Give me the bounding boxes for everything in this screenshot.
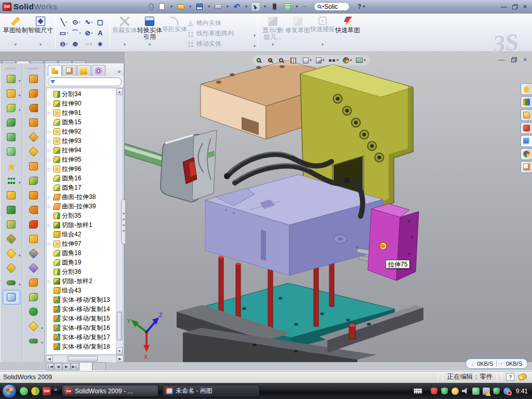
feature-tool-button[interactable]: ▾ (25, 144, 43, 159)
sketch-entity-button[interactable]: ╲ ▾ (58, 17, 70, 28)
caret-icon[interactable]: ▾ (79, 31, 81, 35)
scroll-down-button[interactable]: ▼ (116, 348, 123, 354)
pushpin-icon[interactable] (149, 3, 154, 10)
expander-icon[interactable]: ▷ (48, 157, 52, 162)
command-button[interactable]: 等距实体 ▾ (162, 16, 187, 49)
select-tool-button[interactable] (251, 2, 260, 11)
sketch-entity-button[interactable]: ▭ ▾ (58, 28, 70, 38)
tree-item[interactable]: ▷ 分割34 (48, 89, 115, 99)
keyboard-layout-icon[interactable] (414, 388, 422, 394)
task-pane-tab[interactable] (521, 96, 532, 108)
caret-icon[interactable]: ▾ (65, 20, 68, 24)
caret-icon[interactable]: ▾ (245, 4, 247, 9)
caret-icon[interactable]: ▾ (19, 254, 21, 258)
caret-icon[interactable]: ▾ (296, 4, 298, 9)
view-tool-button[interactable]: ▾ (279, 58, 286, 62)
caret-icon[interactable]: ▾ (90, 42, 92, 46)
close-button[interactable]: × (523, 3, 527, 10)
caret-icon[interactable]: ▾ (363, 4, 365, 9)
command-row-button[interactable]: 镜向实体 ▾ (187, 19, 256, 28)
caret-icon[interactable]: ▾ (254, 44, 256, 48)
feature-tool-button[interactable]: ▾ (25, 304, 43, 319)
command-button[interactable]: 修复草图 ▾ (285, 16, 310, 49)
feature-tool-button[interactable]: ▾ (3, 261, 20, 275)
security-alert-icon[interactable] (431, 388, 438, 395)
feature-tool-button[interactable]: ▾ (3, 72, 20, 86)
expander-icon[interactable]: ▷ (48, 242, 52, 246)
tree-filter-input[interactable] (48, 77, 122, 86)
caret-icon[interactable]: ▾ (264, 4, 266, 9)
task-pane-tab[interactable] (521, 135, 532, 147)
feature-tool-button[interactable]: ▾ (25, 261, 43, 275)
sketch-entity-button[interactable]: A ▾ (95, 28, 108, 38)
caret-icon[interactable]: ▾ (337, 58, 339, 62)
tree-item[interactable]: ▷ 组合43 (48, 286, 115, 295)
caret-icon[interactable]: ▾ (208, 4, 210, 9)
network-warning-icon[interactable] (483, 388, 490, 395)
restore-button[interactable] (512, 4, 518, 9)
caret-icon[interactable]: ▾ (227, 4, 229, 9)
quick-launch-icon[interactable] (31, 387, 39, 395)
view-tool-button[interactable]: ▾ (356, 58, 366, 63)
caret-icon[interactable]: ▾ (39, 41, 42, 49)
sketch-entity-button[interactable]: ⊙ ▾ (70, 17, 83, 28)
feature-manager-tab[interactable] (48, 65, 62, 76)
feature-tool-button[interactable]: ▾ (3, 275, 20, 290)
minimize-button[interactable]: — (501, 3, 507, 10)
sketch-entity-button[interactable]: ∿ ▾ (83, 17, 95, 28)
tree-item[interactable]: ▷ 组合42 (48, 230, 115, 239)
tree-item[interactable]: ▷ 拉伸91 (48, 108, 115, 117)
feature-tool-button[interactable]: ▾ (3, 174, 20, 188)
tree-item[interactable]: ▷ 圆角15 (48, 117, 115, 127)
tree-item[interactable]: ▷ 实体-移动/复制14 (48, 304, 115, 314)
expander-icon[interactable]: ▷ (48, 101, 52, 106)
sketch-entity-button[interactable]: ⊕ ▾ (70, 38, 83, 49)
magenta-slide-block[interactable] (368, 204, 419, 281)
tree-item[interactable]: ▷ 圆角18 (48, 248, 115, 258)
graphics-viewport[interactable]: Y Z X ▾ ▾ ▾ ▾ ▾ ▾ ▾ ▾ ▾ — (125, 52, 532, 362)
caret-icon[interactable]: ▾ (170, 4, 172, 9)
expander-icon[interactable]: ▷ (48, 129, 52, 134)
feature-tool-button[interactable]: ▾ (3, 246, 20, 261)
caret-icon[interactable]: ▾ (254, 33, 256, 38)
scroll-right-button[interactable]: ▶ (116, 355, 124, 362)
feature-manager-tab[interactable] (62, 65, 76, 76)
update-badge-icon[interactable] (451, 388, 459, 395)
feature-tool-button[interactable]: ▾ (3, 130, 20, 144)
tree-item[interactable]: ▷ 拉伸97 (48, 239, 115, 248)
caret-icon[interactable]: ▾ (66, 31, 69, 35)
caret-icon[interactable]: ▾ (41, 326, 43, 330)
caret-icon[interactable]: ▾ (322, 41, 324, 49)
feature-tool-button[interactable]: ▾ (25, 188, 43, 203)
mold-assembly-model[interactable]: Y Z X (125, 54, 532, 362)
task-pane-tab[interactable] (521, 161, 532, 173)
expander-icon[interactable]: ▷ (48, 195, 52, 200)
feature-tool-button[interactable]: ▾ (25, 86, 43, 101)
caret-icon[interactable]: ▾ (323, 58, 325, 62)
command-row-button[interactable]: 移动实体 ▾ (187, 39, 256, 48)
caret-icon[interactable]: ▾ (19, 108, 21, 112)
feature-tool-button[interactable]: ▾ (3, 159, 20, 174)
tree-item[interactable]: ▷ 实体-移动/复制13 (48, 295, 115, 304)
view-tool-button[interactable]: ▾ (316, 58, 325, 63)
caret-icon[interactable]: ▾ (189, 4, 191, 9)
expander-icon[interactable]: ▷ (48, 279, 52, 284)
search-box[interactable]: ▾ (314, 2, 350, 11)
feature-tool-button[interactable]: ▾ (3, 217, 20, 232)
caret-icon[interactable]: ▾ (149, 41, 151, 49)
rebuild-traffic-light-icon[interactable] (270, 2, 279, 11)
toolbar-overflow-icon[interactable]: ⋯ (301, 3, 307, 10)
doc-minimize-button[interactable]: — (499, 56, 505, 63)
feature-tool-button[interactable]: ▾ (25, 334, 43, 348)
caret-icon[interactable]: ▾ (19, 181, 21, 185)
caret-icon[interactable]: ▾ (91, 20, 93, 24)
open-file-button[interactable] (176, 2, 185, 11)
model-tab[interactable] (79, 362, 92, 370)
antivirus-icon[interactable] (441, 388, 448, 395)
tree-item[interactable]: ▷ 实体-移动/复制17 (48, 332, 115, 342)
tree-item[interactable]: ▷ 切除-放样1 (48, 220, 115, 230)
last-tab-button[interactable]: ▶❘ (71, 363, 79, 370)
feature-tool-button[interactable]: ▾ (3, 101, 20, 115)
options-button[interactable] (283, 2, 292, 11)
doc-restore-button[interactable] (511, 57, 517, 62)
